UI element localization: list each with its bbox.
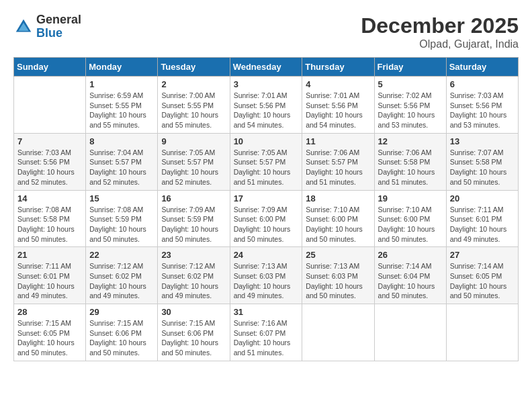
day-number: 22 (89, 250, 154, 260)
calendar-cell: 17Sunrise: 7:09 AM Sunset: 6:00 PM Dayli… (230, 190, 302, 247)
day-info: Sunrise: 7:11 AM Sunset: 6:01 PM Dayligh… (450, 205, 515, 244)
day-info: Sunrise: 7:01 AM Sunset: 5:56 PM Dayligh… (234, 91, 299, 130)
calendar-cell: 10Sunrise: 7:05 AM Sunset: 5:57 PM Dayli… (230, 133, 302, 190)
day-number: 7 (17, 136, 82, 146)
day-number: 24 (234, 250, 299, 260)
header-friday: Friday (374, 58, 446, 77)
title-block: December 2025 Olpad, Gujarat, India (361, 13, 519, 50)
calendar-cell: 26Sunrise: 7:14 AM Sunset: 6:04 PM Dayli… (374, 247, 446, 304)
header-row: SundayMondayTuesdayWednesdayThursdayFrid… (14, 58, 519, 77)
day-info: Sunrise: 7:14 AM Sunset: 6:05 PM Dayligh… (450, 261, 515, 301)
day-info: Sunrise: 7:03 AM Sunset: 5:56 PM Dayligh… (17, 148, 82, 187)
day-info: Sunrise: 7:00 AM Sunset: 5:55 PM Dayligh… (161, 91, 226, 130)
calendar-cell: 2Sunrise: 7:00 AM Sunset: 5:55 PM Daylig… (158, 77, 230, 134)
day-info: Sunrise: 7:06 AM Sunset: 5:58 PM Dayligh… (378, 148, 443, 187)
day-number: 16 (161, 193, 226, 203)
calendar-cell: 25Sunrise: 7:13 AM Sunset: 6:03 PM Dayli… (302, 247, 374, 304)
day-info: Sunrise: 7:08 AM Sunset: 5:59 PM Dayligh… (89, 205, 154, 244)
calendar-cell: 27Sunrise: 7:14 AM Sunset: 6:05 PM Dayli… (446, 247, 518, 304)
calendar-cell: 24Sunrise: 7:13 AM Sunset: 6:03 PM Dayli… (230, 247, 302, 304)
day-number: 6 (450, 79, 515, 89)
logo: General Blue (13, 13, 81, 40)
day-number: 12 (378, 136, 443, 146)
day-info: Sunrise: 7:10 AM Sunset: 6:00 PM Dayligh… (306, 205, 370, 244)
month-title: December 2025 (361, 13, 519, 38)
calendar-cell: 8Sunrise: 7:04 AM Sunset: 5:57 PM Daylig… (86, 133, 158, 190)
calendar-cell: 7Sunrise: 7:03 AM Sunset: 5:56 PM Daylig… (14, 133, 86, 190)
day-number: 1 (89, 79, 154, 89)
calendar-cell (302, 304, 374, 361)
day-number: 5 (378, 79, 443, 89)
calendar-cell: 20Sunrise: 7:11 AM Sunset: 6:01 PM Dayli… (446, 190, 518, 247)
calendar-cell: 6Sunrise: 7:03 AM Sunset: 5:56 PM Daylig… (446, 77, 518, 134)
calendar-table: SundayMondayTuesdayWednesdayThursdayFrid… (13, 57, 519, 361)
week-row-5: 28Sunrise: 7:15 AM Sunset: 6:05 PM Dayli… (14, 304, 519, 361)
calendar-cell: 21Sunrise: 7:11 AM Sunset: 6:01 PM Dayli… (14, 247, 86, 304)
day-info: Sunrise: 7:09 AM Sunset: 5:59 PM Dayligh… (161, 205, 226, 244)
day-info: Sunrise: 7:15 AM Sunset: 6:06 PM Dayligh… (161, 318, 226, 358)
header-tuesday: Tuesday (158, 58, 230, 77)
header-sunday: Sunday (14, 58, 86, 77)
day-info: Sunrise: 7:13 AM Sunset: 6:03 PM Dayligh… (306, 261, 370, 301)
logo-text: General Blue (36, 13, 81, 40)
header-thursday: Thursday (302, 58, 374, 77)
day-number: 28 (17, 307, 82, 317)
calendar-cell (446, 304, 518, 361)
day-info: Sunrise: 7:03 AM Sunset: 5:56 PM Dayligh… (450, 91, 515, 130)
calendar-cell: 15Sunrise: 7:08 AM Sunset: 5:59 PM Dayli… (86, 190, 158, 247)
day-number: 4 (306, 79, 370, 89)
day-number: 20 (450, 193, 515, 203)
day-number: 18 (306, 193, 370, 203)
day-number: 11 (306, 136, 370, 146)
header-wednesday: Wednesday (230, 58, 302, 77)
day-info: Sunrise: 7:05 AM Sunset: 5:57 PM Dayligh… (234, 148, 299, 187)
calendar-cell: 29Sunrise: 7:15 AM Sunset: 6:06 PM Dayli… (86, 304, 158, 361)
day-info: Sunrise: 7:06 AM Sunset: 5:57 PM Dayligh… (306, 148, 370, 187)
day-info: Sunrise: 7:15 AM Sunset: 6:06 PM Dayligh… (89, 318, 154, 358)
calendar-cell: 5Sunrise: 7:02 AM Sunset: 5:56 PM Daylig… (374, 77, 446, 134)
day-number: 3 (234, 79, 299, 89)
calendar-cell: 30Sunrise: 7:15 AM Sunset: 6:06 PM Dayli… (158, 304, 230, 361)
day-info: Sunrise: 7:02 AM Sunset: 5:56 PM Dayligh… (378, 91, 443, 130)
day-number: 29 (89, 307, 154, 317)
day-info: Sunrise: 7:11 AM Sunset: 6:01 PM Dayligh… (17, 261, 82, 301)
week-row-1: 1Sunrise: 6:59 AM Sunset: 5:55 PM Daylig… (14, 77, 519, 134)
week-row-3: 14Sunrise: 7:08 AM Sunset: 5:58 PM Dayli… (14, 190, 519, 247)
day-number: 13 (450, 136, 515, 146)
calendar-cell: 28Sunrise: 7:15 AM Sunset: 6:05 PM Dayli… (14, 304, 86, 361)
day-number: 17 (234, 193, 299, 203)
day-info: Sunrise: 7:16 AM Sunset: 6:07 PM Dayligh… (234, 318, 299, 358)
day-info: Sunrise: 7:01 AM Sunset: 5:56 PM Dayligh… (306, 91, 370, 130)
calendar-cell: 23Sunrise: 7:12 AM Sunset: 6:02 PM Dayli… (158, 247, 230, 304)
day-number: 8 (89, 136, 154, 146)
day-info: Sunrise: 7:14 AM Sunset: 6:04 PM Dayligh… (378, 261, 443, 301)
day-info: Sunrise: 7:15 AM Sunset: 6:05 PM Dayligh… (17, 318, 82, 358)
calendar-cell: 4Sunrise: 7:01 AM Sunset: 5:56 PM Daylig… (302, 77, 374, 134)
day-number: 31 (234, 307, 299, 317)
day-info: Sunrise: 7:07 AM Sunset: 5:58 PM Dayligh… (450, 148, 515, 187)
day-number: 15 (89, 193, 154, 203)
day-number: 21 (17, 250, 82, 260)
logo-general: General (36, 13, 81, 27)
day-number: 26 (378, 250, 443, 260)
calendar-cell: 13Sunrise: 7:07 AM Sunset: 5:58 PM Dayli… (446, 133, 518, 190)
week-row-2: 7Sunrise: 7:03 AM Sunset: 5:56 PM Daylig… (14, 133, 519, 190)
day-number: 10 (234, 136, 299, 146)
day-number: 14 (17, 193, 82, 203)
day-info: Sunrise: 7:04 AM Sunset: 5:57 PM Dayligh… (89, 148, 154, 187)
location: Olpad, Gujarat, India (361, 38, 519, 50)
day-info: Sunrise: 7:12 AM Sunset: 6:02 PM Dayligh… (161, 261, 226, 301)
calendar-cell: 22Sunrise: 7:12 AM Sunset: 6:02 PM Dayli… (86, 247, 158, 304)
header-monday: Monday (86, 58, 158, 77)
day-info: Sunrise: 7:05 AM Sunset: 5:57 PM Dayligh… (161, 148, 226, 187)
day-info: Sunrise: 7:09 AM Sunset: 6:00 PM Dayligh… (234, 205, 299, 244)
calendar-cell: 11Sunrise: 7:06 AM Sunset: 5:57 PM Dayli… (302, 133, 374, 190)
logo-blue: Blue (36, 27, 81, 40)
calendar-cell: 3Sunrise: 7:01 AM Sunset: 5:56 PM Daylig… (230, 77, 302, 134)
day-info: Sunrise: 6:59 AM Sunset: 5:55 PM Dayligh… (89, 91, 154, 130)
day-info: Sunrise: 7:10 AM Sunset: 6:00 PM Dayligh… (378, 205, 443, 244)
day-number: 30 (161, 307, 226, 317)
calendar-cell: 19Sunrise: 7:10 AM Sunset: 6:00 PM Dayli… (374, 190, 446, 247)
week-row-4: 21Sunrise: 7:11 AM Sunset: 6:01 PM Dayli… (14, 247, 519, 304)
calendar-cell: 9Sunrise: 7:05 AM Sunset: 5:57 PM Daylig… (158, 133, 230, 190)
